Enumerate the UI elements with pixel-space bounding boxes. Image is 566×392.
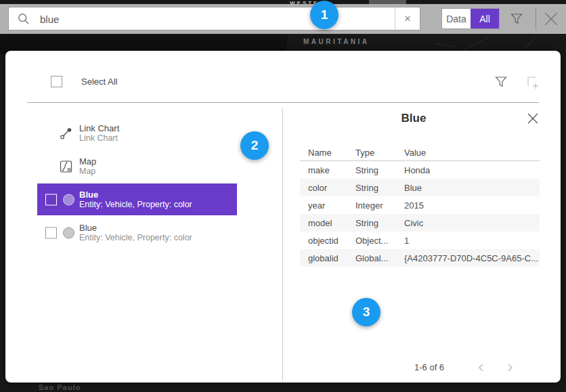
attribute-table-header: NameTypeValue xyxy=(300,144,540,161)
result-title: Link Chart xyxy=(79,123,119,133)
details-close-icon[interactable] xyxy=(527,112,539,125)
map-icon xyxy=(60,160,72,173)
results-filter-icon[interactable] xyxy=(494,75,508,89)
attribute-cell: make xyxy=(300,161,355,179)
result-text: Link Chart Link Chart xyxy=(79,123,119,143)
result-subtitle: Map xyxy=(79,167,96,177)
search-box[interactable]: × xyxy=(8,7,420,30)
select-all-row: Select All xyxy=(51,76,117,87)
add-to-selection-icon[interactable] xyxy=(525,75,540,90)
map-border-line xyxy=(435,43,455,47)
close-search-icon[interactable] xyxy=(542,10,560,28)
clear-icon: × xyxy=(404,12,411,26)
attribute-cell: 1 xyxy=(404,232,540,249)
attribute-cell: String xyxy=(355,214,404,232)
result-checkbox[interactable] xyxy=(45,194,57,205)
result-text: Map Map xyxy=(79,156,96,176)
attribute-row: makeStringHonda xyxy=(300,161,540,179)
step-badge-2: 2 xyxy=(240,131,269,160)
attribute-cell: year xyxy=(300,196,355,214)
map-border-line xyxy=(524,35,536,51)
attribute-row: modelStringCivic xyxy=(300,214,540,232)
attribute-cell: 2015 xyxy=(404,196,540,214)
result-title: Blue xyxy=(79,189,192,199)
attribute-row: yearInteger2015 xyxy=(300,196,540,214)
search-icon xyxy=(18,13,30,25)
attribute-row: globalidGlobal...{A4203777-D70D-4C5C-9A6… xyxy=(300,249,540,267)
list-details-divider xyxy=(282,108,283,380)
result-subtitle: Entity: Vehicle, Property: color xyxy=(79,233,192,243)
results-list: Link Chart Link Chart Map Map Blue Entit… xyxy=(22,116,274,249)
result-checkbox[interactable] xyxy=(45,227,57,238)
toolbar-divider xyxy=(536,8,536,30)
result-title: Map xyxy=(79,156,96,166)
search-clear-button[interactable]: × xyxy=(395,7,420,30)
attribute-row: objectidObject...1 xyxy=(300,232,540,249)
header-divider xyxy=(27,102,539,103)
result-row[interactable]: Link Chart Link Chart xyxy=(22,116,274,150)
entity-circle-icon xyxy=(63,227,74,238)
pagination-prev-icon[interactable] xyxy=(477,363,486,372)
filter-icon[interactable] xyxy=(510,12,523,26)
pagination-label: 1-6 of 6 xyxy=(414,362,444,372)
attribute-table: NameTypeValue makeStringHondacolorString… xyxy=(300,144,540,267)
attribute-cell: Honda xyxy=(404,161,540,179)
attribute-cell: color xyxy=(300,179,355,196)
step-badge-3: 3 xyxy=(352,298,380,326)
result-row[interactable]: Blue Entity: Vehicle, Property: color xyxy=(22,216,274,249)
attribute-cell: Global... xyxy=(355,249,404,267)
step-badge-1: 1 xyxy=(310,1,339,29)
attribute-cell: Object... xyxy=(355,232,404,249)
attribute-cell: globalid xyxy=(300,249,355,267)
result-title: Blue xyxy=(79,222,192,232)
map-label-mauritania: MAURITANIA xyxy=(303,38,370,45)
result-text: Blue Entity: Vehicle, Property: color xyxy=(79,189,192,209)
toggle-option-data[interactable]: Data xyxy=(442,9,471,28)
result-subtitle: Link Chart xyxy=(79,133,119,144)
map-label-bottom: Sao Paulo xyxy=(39,383,81,391)
result-text: Blue Entity: Vehicle, Property: color xyxy=(79,222,192,242)
attribute-cell: model xyxy=(300,214,355,232)
data-all-toggle: Data All xyxy=(441,8,500,29)
map-border-line xyxy=(463,37,489,51)
select-all-label: Select All xyxy=(81,77,117,87)
attribute-cell: Civic xyxy=(404,214,540,232)
result-row[interactable]: Map Map xyxy=(22,150,274,183)
toggle-option-all[interactable]: All xyxy=(471,9,499,28)
link-chart-icon xyxy=(60,127,72,139)
attribute-cell: {A4203777-D70D-4C5C-9A65-C... xyxy=(404,249,540,267)
attribute-cell: Integer xyxy=(355,196,404,214)
attribute-cell: Blue xyxy=(404,179,540,196)
details-title: Blue xyxy=(288,112,540,125)
result-subtitle: Entity: Vehicle, Property: color xyxy=(79,200,192,210)
result-row[interactable]: Blue Entity: Vehicle, Property: color xyxy=(22,183,274,216)
pagination: 1-6 of 6 xyxy=(414,362,515,372)
app-window: WESTER MAURITANIA Sao Paulo × Data All xyxy=(0,0,566,392)
search-toolbar: × Data All xyxy=(0,4,566,34)
attribute-column-header: Type xyxy=(355,144,404,161)
attribute-column-header: Name xyxy=(300,144,355,161)
select-all-checkbox[interactable] xyxy=(51,76,62,87)
attribute-cell: String xyxy=(355,179,404,196)
pagination-next-icon[interactable] xyxy=(505,363,515,372)
attribute-cell: objectid xyxy=(300,232,355,249)
attribute-row: colorStringBlue xyxy=(300,179,540,196)
attribute-column-header: Value xyxy=(404,144,540,161)
search-results-panel: Select All Link Chart Link Chart xyxy=(5,51,561,383)
entity-circle-icon xyxy=(63,194,74,205)
attribute-cell: String xyxy=(355,161,404,179)
